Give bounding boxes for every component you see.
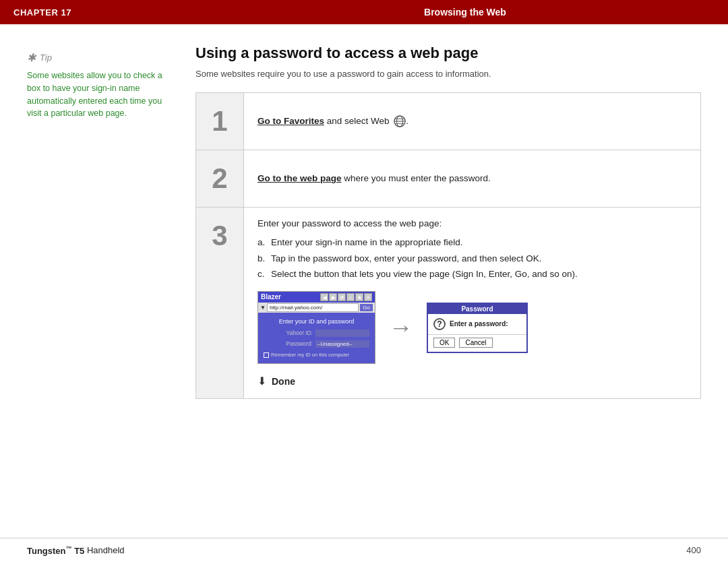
screenshots-area: Blazer ◀ ▶ ↺ ⌂ ★ ≡	[257, 291, 687, 365]
step-3a-text: Enter your sign-in name in the appropria…	[271, 237, 462, 247]
step-3a: a. Enter your sign-in name in the approp…	[257, 235, 687, 250]
blazer-password-input[interactable]	[315, 340, 369, 348]
done-section: ⬇ Done	[257, 375, 687, 387]
chapter-label: CHAPTER 17	[13, 7, 216, 18]
password-dialog-buttons: OK Cancel	[428, 334, 526, 352]
step-3-content: Enter your password to access the web pa…	[243, 208, 700, 398]
chapter-title: Browsing the Web	[216, 7, 715, 18]
blazer-yahoo-input[interactable]	[315, 330, 369, 337]
blazer-remember-label: Remember my ID on this computer	[271, 351, 349, 359]
forward-icon: ▶	[329, 293, 337, 301]
blazer-nav-icons: ◀ ▶ ↺ ⌂ ★ ≡	[320, 293, 372, 301]
tip-label: Tip	[40, 53, 52, 63]
page-title: Using a password to access a web page	[195, 44, 701, 62]
step-1-number: 1	[196, 93, 243, 150]
password-dialog-body: ? Enter a password:	[428, 314, 526, 334]
password-cancel-button[interactable]: Cancel	[459, 338, 492, 348]
blazer-body: Enter your ID and password Yahoo! ID: Pa…	[258, 313, 375, 364]
step-3-number: 3	[196, 208, 243, 398]
refresh-icon: ↺	[338, 293, 346, 301]
blazer-url: http://mail.yahoo.com/	[267, 303, 359, 312]
step-3-intro: Enter your password to access the web pa…	[257, 218, 687, 228]
arrow-icon: →	[389, 313, 413, 342]
step-3-list: a. Enter your sign-in name in the approp…	[257, 235, 687, 282]
footer: Tungsten™ T5 Handheld 400	[0, 538, 728, 562]
blazer-prompt: Enter your ID and password	[264, 317, 369, 326]
password-dialog-prompt: Enter a password:	[450, 320, 508, 327]
step-3c-text: Select the button that lets you view the…	[271, 269, 578, 279]
step-3c: c. Select the button that lets you view …	[257, 267, 687, 282]
step-2-content: Go to the web page where you must enter …	[243, 150, 700, 207]
step-1-content: Go to Favorites and select Web .	[243, 93, 700, 150]
step-2: 2 Go to the web page where you must ente…	[196, 150, 700, 208]
password-ok-button[interactable]: OK	[433, 338, 455, 348]
footer-page-number: 400	[686, 545, 701, 555]
home-icon: ⌂	[346, 293, 355, 301]
step-2-number: 2	[196, 150, 243, 207]
main-content: ✱ Tip Some websites allow you to check a…	[0, 24, 728, 412]
blazer-remember-checkbox[interactable]	[264, 352, 269, 358]
step-3b: b. Tap in the password box, enter your p…	[257, 251, 687, 266]
done-icon: ⬇	[257, 375, 266, 387]
step-1: 1 Go to Favorites and select Web .	[196, 93, 700, 150]
blazer-remember-row: Remember my ID on this computer	[264, 351, 369, 359]
back-icon: ◀	[320, 293, 328, 301]
url-arrow: ▼	[260, 305, 266, 311]
blazer-go-button[interactable]: Go	[360, 304, 373, 311]
blazer-yahoo-label: Yahoo! ID:	[286, 329, 313, 338]
blazer-nav-bar: ▼ http://mail.yahoo.com/ Go	[258, 303, 375, 313]
step-3a-label: a.	[257, 235, 265, 250]
blazer-titlebar: Blazer ◀ ▶ ↺ ⌂ ★ ≡	[258, 292, 375, 303]
tip-asterisk-icon: ✱	[27, 51, 36, 64]
blazer-password-row: Password:	[264, 340, 369, 349]
sidebar: ✱ Tip Some websites allow you to check a…	[27, 44, 175, 399]
step-3b-text: Tap in the password box, enter your pass…	[271, 253, 541, 263]
steps-container: 1 Go to Favorites and select Web .	[195, 92, 701, 399]
web-icon	[394, 115, 406, 127]
step-3c-label: c.	[257, 267, 265, 282]
menu-icon: ≡	[364, 293, 372, 301]
blazer-password-label: Password:	[286, 340, 313, 349]
tip-text: Some websites allow you to check a box t…	[27, 69, 175, 120]
blazer-yahoo-row: Yahoo! ID:	[264, 329, 369, 338]
step-3: 3 Enter your password to access the web …	[196, 208, 700, 398]
bookmark-icon: ★	[355, 293, 363, 301]
content-area: Using a password to access a web page So…	[195, 44, 701, 399]
step-2-text: Go to the web page where you must enter …	[257, 171, 491, 186]
footer-brand: Tungsten™ T5 Handheld	[27, 544, 125, 555]
intro-text: Some websites require you to use a passw…	[195, 69, 701, 79]
blazer-screenshot: Blazer ◀ ▶ ↺ ⌂ ★ ≡	[257, 291, 375, 365]
question-icon: ?	[433, 318, 446, 330]
step-1-text: Go to Favorites and select Web .	[257, 114, 408, 129]
blazer-app-name: Blazer	[261, 293, 281, 301]
tip-header: ✱ Tip	[27, 51, 175, 64]
password-dialog-titlebar: Password	[428, 304, 526, 314]
step-3b-label: b.	[257, 251, 265, 266]
password-dialog: Password ? Enter a password: OK Cancel	[427, 303, 528, 353]
header: CHAPTER 17 Browsing the Web	[0, 0, 728, 24]
done-label: Done	[272, 376, 295, 387]
